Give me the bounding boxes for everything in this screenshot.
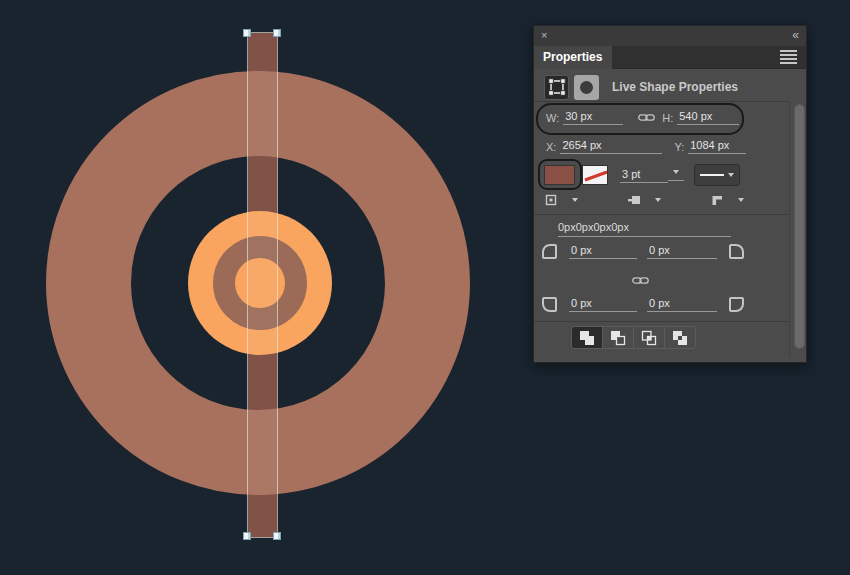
radius-bottom-right-field[interactable]: 0 px — [647, 297, 717, 312]
collapse-panel-icon[interactable]: « — [792, 28, 798, 42]
live-rectangle-button[interactable] — [544, 75, 569, 100]
corner-bottom-left-icon — [542, 297, 557, 312]
stroke-align-icon — [544, 193, 558, 207]
divider — [534, 321, 789, 322]
transform-handle-top-left[interactable] — [243, 29, 251, 37]
exclude-shapes-button[interactable] — [664, 326, 696, 349]
properties-panel: × « Properties — [533, 25, 807, 363]
transform-handle-bottom-right[interactable] — [273, 532, 281, 540]
fill-color-swatch[interactable] — [544, 165, 575, 185]
stroke-width-field[interactable]: 3 pt — [620, 168, 668, 183]
panel-tab-bar: Properties — [534, 46, 806, 69]
chevron-down-icon — [572, 198, 578, 202]
stroke-align-dropdown[interactable] — [544, 193, 578, 207]
panel-content: Live Shape Properties W: 30 px H: 540 px… — [534, 69, 806, 364]
corner-top-left-icon — [542, 244, 557, 259]
x-field[interactable]: 2654 px — [560, 139, 662, 154]
divider — [534, 101, 789, 102]
mask-circle-button[interactable] — [574, 75, 599, 100]
chevron-down-icon — [673, 170, 679, 174]
stroke-corner-icon — [710, 193, 724, 207]
scrollbar-gutter-divider — [789, 101, 790, 356]
stroke-corner-dropdown[interactable] — [710, 193, 744, 207]
height-label: H: — [662, 112, 673, 124]
subtract-icon — [610, 330, 626, 346]
y-field[interactable]: 1084 px — [688, 139, 746, 154]
pathfinder-button-group — [571, 326, 696, 349]
radius-top-left-field[interactable]: 0 px — [569, 244, 637, 259]
exclude-icon — [672, 330, 688, 346]
radius-bottom-left-field[interactable]: 0 px — [569, 297, 637, 312]
intersect-shapes-button[interactable] — [633, 326, 665, 349]
chevron-down-icon — [728, 173, 734, 177]
divider — [534, 214, 789, 215]
unite-shapes-button[interactable] — [571, 326, 603, 349]
y-label: Y: — [674, 141, 684, 153]
corner-radius-summary-field[interactable]: 0px0px0px0px — [558, 221, 731, 237]
link-wh-icon[interactable] — [638, 113, 655, 122]
x-label: X: — [546, 141, 556, 153]
transform-handle-bottom-left[interactable] — [243, 532, 251, 540]
radius-top-right-field[interactable]: 0 px — [647, 244, 717, 259]
subtract-shape-button[interactable] — [602, 326, 634, 349]
rounded-rect-icon — [546, 76, 568, 98]
close-icon[interactable]: × — [541, 29, 547, 42]
chevron-down-icon — [655, 198, 661, 202]
no-color-slash-icon — [583, 166, 608, 185]
photoshop-canvas: × « Properties — [0, 0, 850, 575]
stroke-cap-dropdown[interactable] — [627, 193, 661, 207]
panel-scrollbar[interactable] — [794, 104, 805, 349]
section-title: Live Shape Properties — [612, 80, 738, 94]
link-radii-icon[interactable] — [632, 276, 649, 285]
panel-title-strip: × « — [534, 26, 806, 46]
corner-top-right-icon — [729, 244, 744, 259]
shape-selection-outline[interactable] — [247, 32, 278, 538]
stroke-style-dropdown[interactable] — [694, 164, 740, 186]
solid-line-icon — [700, 174, 724, 176]
unite-icon — [579, 330, 595, 346]
stroke-no-color-swatch[interactable] — [582, 165, 608, 185]
stroke-cap-icon — [627, 193, 641, 207]
tab-properties[interactable]: Properties — [534, 46, 612, 69]
width-field[interactable]: 30 px — [563, 110, 623, 125]
stroke-width-dropdown[interactable] — [668, 170, 684, 181]
panel-menu-icon[interactable] — [780, 50, 797, 64]
width-label: W: — [546, 112, 559, 124]
intersect-icon — [641, 330, 657, 346]
transform-handle-top-right[interactable] — [273, 29, 281, 37]
chevron-down-icon — [738, 198, 744, 202]
height-field[interactable]: 540 px — [677, 110, 739, 125]
filled-circle-icon — [580, 81, 593, 94]
corner-bottom-right-icon — [729, 297, 744, 312]
